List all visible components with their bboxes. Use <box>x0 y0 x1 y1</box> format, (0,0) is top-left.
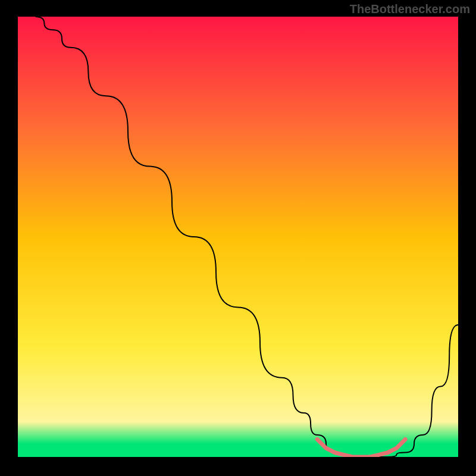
chart-container <box>18 17 458 457</box>
chart-svg <box>18 17 458 457</box>
watermark-text: TheBottlenecker.com <box>350 2 470 16</box>
gradient-background <box>18 17 458 457</box>
